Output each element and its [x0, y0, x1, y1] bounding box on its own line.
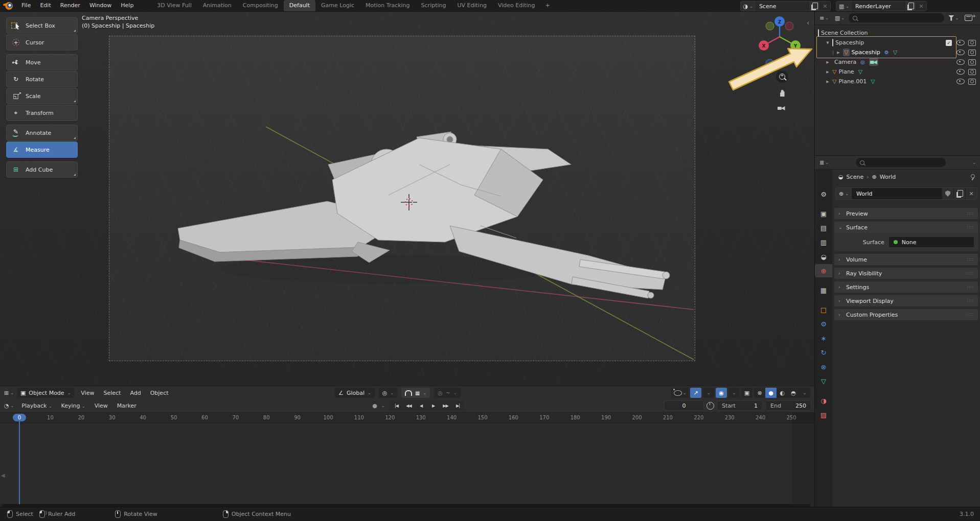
panel-header-preview[interactable]: ›Preview∷∷	[834, 208, 978, 219]
menu-window[interactable]: Window	[85, 0, 116, 11]
disable-in-render-toggle[interactable]	[968, 50, 976, 56]
current-frame-indicator[interactable]: 0	[13, 414, 26, 421]
viewport-pan-button[interactable]	[776, 87, 788, 99]
properties-tab-collection[interactable]: ▦	[815, 283, 832, 297]
play-reverse-button[interactable]: ◀	[415, 401, 427, 410]
renderlayer-browse-icon[interactable]: ▥⌄	[836, 2, 852, 11]
workspace-tab-uv-editing[interactable]: UV Editing	[452, 0, 492, 11]
renderlayer-name[interactable]: RenderLayer	[852, 3, 905, 10]
properties-tab-view-layer[interactable]: ▥	[815, 235, 832, 249]
disable-in-render-toggle[interactable]	[968, 69, 976, 75]
scene-unlink-button[interactable]: ✕	[819, 2, 830, 11]
tool-rotate[interactable]: ↻Rotate	[6, 71, 78, 87]
tool-cursor[interactable]: +Cursor	[6, 34, 78, 51]
properties-tab-physics[interactable]: ↻	[815, 346, 832, 359]
tool-scale[interactable]: ◱↗Scale	[6, 88, 78, 104]
properties-tab-constraints[interactable]: ⊗	[815, 360, 832, 373]
gizmo-axis-neg-z[interactable]	[766, 59, 774, 67]
playhead[interactable]	[19, 421, 20, 504]
editor-type-outliner-button[interactable]: ≡⌄	[817, 13, 831, 23]
properties-tab-scene[interactable]: ◒	[815, 250, 832, 263]
collection-enable-checkbox[interactable]: ✓	[946, 40, 952, 46]
outliner-row-spaceship[interactable]: |▶▽Spaceship⚙▽	[818, 48, 980, 57]
workspace-tab-scripting[interactable]: Scripting	[416, 0, 452, 11]
tool-measure[interactable]: ∡Measure	[6, 141, 78, 158]
disclosure-closed-icon[interactable]: ▶	[836, 51, 841, 55]
tool-move[interactable]: ↔↕Move	[6, 54, 78, 70]
prev-keyframe-button[interactable]: ◀◀	[403, 401, 415, 410]
frame-ruler[interactable]: 0102030405060708090100110120130140150160…	[0, 413, 814, 423]
new-datablock-button[interactable]	[953, 188, 965, 199]
drag-handle-icon[interactable]: ∷∷	[967, 271, 974, 276]
world-browse-button[interactable]: ⊕⌄	[836, 188, 852, 199]
properties-tab-world[interactable]: ⊕	[815, 264, 832, 277]
disclosure-open-icon[interactable]: ▼	[825, 41, 830, 45]
sidebar-collapse-arrow[interactable]: ‹	[807, 19, 809, 27]
drag-handle-icon[interactable]: ∷∷	[967, 211, 974, 216]
hide-in-viewport-toggle[interactable]	[956, 50, 965, 55]
drag-handle-icon[interactable]: ∷∷	[967, 257, 974, 262]
outliner-display-mode-button[interactable]: ▥⌄	[833, 13, 847, 23]
proportional-editing-controls[interactable]: ◎ ~ ⌄	[434, 388, 461, 398]
properties-tab-particles[interactable]: ∗	[815, 331, 832, 345]
drag-handle-icon[interactable]: ∷∷	[967, 312, 974, 317]
disclosure-closed-icon[interactable]: ▶	[825, 60, 830, 64]
pin-icon[interactable]	[970, 174, 975, 180]
menu-render[interactable]: Render	[56, 0, 85, 11]
unlink-datablock-button[interactable]: ✕	[965, 188, 977, 199]
jump-start-button[interactable]: |◀	[391, 401, 402, 410]
current-frame-field[interactable]: 0	[664, 400, 704, 411]
transform-orientation-selector[interactable]: ∠ Global ⌄	[335, 388, 375, 398]
mode-selector[interactable]: ▣ Object Mode ⌄	[17, 388, 74, 398]
menu-help[interactable]: Help	[116, 0, 138, 11]
disable-in-render-toggle[interactable]	[968, 40, 976, 46]
gizmo-axis-neg-x[interactable]	[785, 22, 793, 30]
start-frame-field[interactable]: Start 1	[717, 400, 763, 411]
disable-in-render-toggle[interactable]	[968, 59, 976, 65]
panel-header-settings[interactable]: ›Settings∷∷	[834, 281, 978, 293]
add-workspace-button[interactable]: +	[541, 0, 555, 11]
workspace-tab-animation[interactable]: Animation	[197, 0, 237, 11]
breadcrumb-world[interactable]: World	[880, 174, 896, 180]
overlays-dropdown[interactable]: ⌄	[728, 388, 740, 398]
new-collection-button[interactable]: +	[963, 13, 978, 23]
jump-end-button[interactable]: ▶|	[452, 401, 464, 410]
gizmos-dropdown[interactable]: ⌄	[703, 388, 714, 398]
renderlayer-new-copy-button[interactable]	[905, 2, 916, 11]
outliner-row-plane-001[interactable]: ▶▽Plane.001▽	[818, 77, 980, 86]
hide-in-viewport-toggle[interactable]	[956, 79, 965, 84]
blender-logo-icon[interactable]	[5, 2, 13, 10]
properties-search-input[interactable]	[856, 158, 946, 167]
timeline-menu-playback[interactable]: Playback ⌄	[17, 402, 56, 409]
next-keyframe-button[interactable]: ▶▶	[440, 401, 451, 410]
fake-user-button[interactable]	[942, 188, 953, 199]
outliner-search-input[interactable]	[849, 13, 944, 22]
outliner-row-camera[interactable]: ▶Camera◎	[818, 57, 980, 67]
drag-handle-icon[interactable]: ∷∷	[967, 225, 974, 230]
menu-edit[interactable]: Edit	[35, 0, 55, 11]
object-name[interactable]: Camera	[834, 59, 856, 65]
world-name-field[interactable]: World	[852, 188, 942, 199]
properties-tab-tool[interactable]: ⚙	[815, 187, 832, 201]
properties-tab-object[interactable]: □	[815, 303, 832, 316]
properties-tab-object-data[interactable]: ▽	[815, 374, 832, 388]
viewport-menu-add[interactable]: Add	[125, 390, 145, 396]
show-visibility-dropdown[interactable]: ⌄	[671, 388, 689, 398]
xray-toggle[interactable]: ▣	[741, 388, 753, 398]
navigation-gizmo[interactable]: Z X Y	[756, 14, 807, 70]
drag-handle-icon[interactable]: ∷∷	[967, 298, 974, 303]
panel-header-volume[interactable]: ›Volume∷∷	[834, 254, 978, 265]
scene-name[interactable]: Scene	[756, 3, 809, 10]
shading-dropdown[interactable]: ⌄	[799, 388, 810, 398]
tool-add-cube[interactable]: ⊞Add Cube	[6, 161, 78, 178]
overlays-toggle[interactable]: ◉	[716, 388, 727, 398]
workspace-tab-3d-view-full[interactable]: 3D View Full	[151, 0, 197, 11]
properties-options-button[interactable]: ⌄	[970, 157, 978, 168]
outliner-row-scene-collection[interactable]: Scene Collection	[818, 28, 980, 38]
workspace-tab-game-logic[interactable]: Game Logic	[315, 0, 360, 11]
disable-in-render-toggle[interactable]	[968, 79, 976, 85]
workspace-tab-video-editing[interactable]: Video Editing	[492, 0, 541, 11]
keying-dropdown[interactable]: ⌄	[381, 404, 385, 408]
viewport-menu-view[interactable]: View	[76, 390, 99, 396]
disclosure-closed-icon[interactable]: ▶	[825, 80, 830, 84]
